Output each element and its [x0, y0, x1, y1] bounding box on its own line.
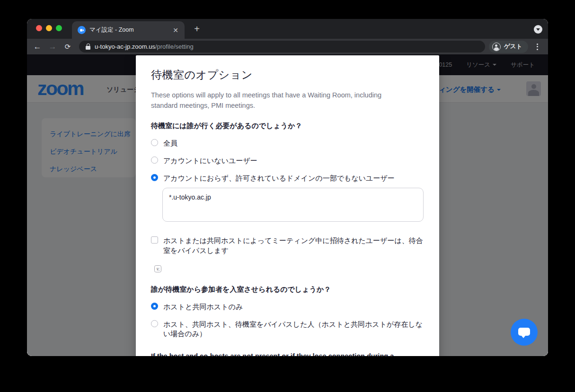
- bypass-waiting-room-checkbox-row[interactable]: ホストまたは共同ホストによってミーティング中に招待されたユーザーは、待合室をバイ…: [151, 235, 424, 255]
- close-window-button[interactable]: [36, 25, 42, 31]
- chat-support-button[interactable]: [511, 319, 538, 346]
- zoom-favicon-icon: [78, 26, 86, 34]
- browser-toolbar: ← → ⟳ u-tokyo-ac-jp.zoom.us/profile/sett…: [27, 39, 548, 54]
- dialog-description: These options will apply to all meetings…: [151, 90, 409, 111]
- waiting-room-options-dialog: 待機室のオプション These options will apply to al…: [136, 55, 439, 356]
- radio-icon[interactable]: [151, 320, 158, 327]
- page-viewport: 88.799.0125 リソース サポート zoom ソリューション ミーティン…: [27, 54, 548, 356]
- guest-label: ゲスト: [504, 43, 522, 51]
- profile-button[interactable]: ゲスト: [489, 41, 528, 53]
- browser-window: マイ設定 - Zoom ✕ + ← → ⟳ u-tokyo-ac-jp.zoom…: [27, 19, 548, 356]
- broken-image-icon: v.: [154, 265, 161, 272]
- back-button[interactable]: ←: [32, 42, 43, 52]
- question-who-goes-to-waiting-room: 待機室には誰が行く必要があるのでしょうか？: [151, 122, 424, 131]
- url-path: /profile/setting: [155, 43, 194, 50]
- radio-option-users-not-in-account[interactable]: アカウントにいないユーザー: [151, 156, 424, 166]
- tab-strip: マイ設定 - Zoom ✕ +: [27, 19, 548, 39]
- address-bar[interactable]: u-tokyo-ac-jp.zoom.us/profile/setting: [79, 41, 485, 52]
- url-text: u-tokyo-ac-jp.zoom.us/profile/setting: [95, 43, 194, 50]
- radio-icon[interactable]: [151, 157, 158, 164]
- chevron-down-icon: [536, 28, 540, 31]
- tab-close-icon[interactable]: ✕: [171, 26, 180, 35]
- window-controls: [36, 25, 62, 31]
- browser-menu-button[interactable]: [533, 44, 542, 50]
- radio-option-host-cohosts-bypassers[interactable]: ホスト、共同ホスト、待機室をバイパスした人（ホストと共同ホストが存在しない場合の…: [151, 320, 424, 339]
- fullscreen-window-button[interactable]: [56, 25, 62, 31]
- lock-icon: [86, 44, 90, 50]
- question-who-admits-participants: 誰が待機室から参加者を入室させられるのでしょうか？: [151, 285, 424, 294]
- guest-avatar-icon: [492, 43, 501, 51]
- minimize-window-button[interactable]: [46, 25, 52, 31]
- reload-button[interactable]: ⟳: [62, 43, 73, 51]
- tab-title: マイ設定 - Zoom: [89, 26, 171, 34]
- question-host-not-present: If the host and co-hosts are not present…: [151, 352, 424, 356]
- browser-tab[interactable]: マイ設定 - Zoom ✕: [72, 21, 185, 39]
- forward-button[interactable]: →: [47, 42, 58, 52]
- radio-icon[interactable]: [151, 303, 158, 310]
- radio-icon[interactable]: [151, 174, 158, 181]
- radio-icon[interactable]: [151, 139, 158, 146]
- chat-bubble-icon: [518, 327, 530, 338]
- checkbox-icon[interactable]: [151, 236, 158, 244]
- allowed-domains-input[interactable]: *.u-tokyo.ac.jp: [162, 188, 424, 222]
- new-tab-button[interactable]: +: [191, 24, 203, 35]
- dialog-title: 待機室のオプション: [151, 68, 424, 82]
- radio-option-host-and-cohosts-only[interactable]: ホストと共同ホストのみ: [151, 302, 424, 312]
- url-domain: u-tokyo-ac-jp.zoom.us: [95, 43, 155, 50]
- tab-search-button[interactable]: [534, 25, 542, 34]
- radio-option-everyone[interactable]: 全員: [151, 139, 424, 148]
- radio-option-users-not-in-allowed-domains[interactable]: アカウントにおらず、許可されているドメインの一部でもないユーザー: [151, 174, 424, 183]
